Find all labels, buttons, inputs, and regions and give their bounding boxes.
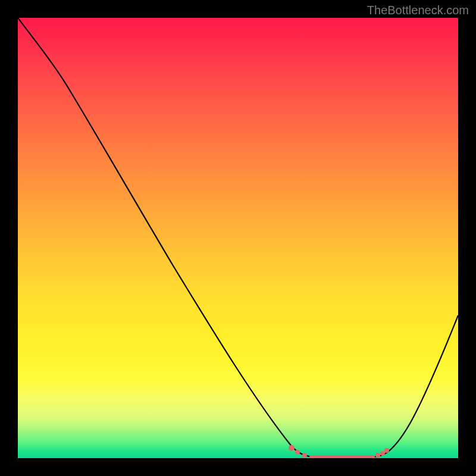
marker-bar [309, 455, 375, 458]
marker-band [289, 445, 389, 458]
chart-frame: TheBottleneck.com [0, 0, 476, 476]
marker-dot [375, 453, 380, 458]
plot-area [18, 18, 458, 458]
marker-dot [295, 450, 300, 455]
bottleneck-curve-path [18, 18, 458, 458]
marker-dot [380, 451, 385, 456]
marker-dot [302, 453, 307, 458]
marker-dot [289, 445, 295, 451]
curve-svg [18, 18, 458, 458]
watermark-text: TheBottleneck.com [367, 4, 469, 17]
marker-dot [384, 448, 389, 453]
